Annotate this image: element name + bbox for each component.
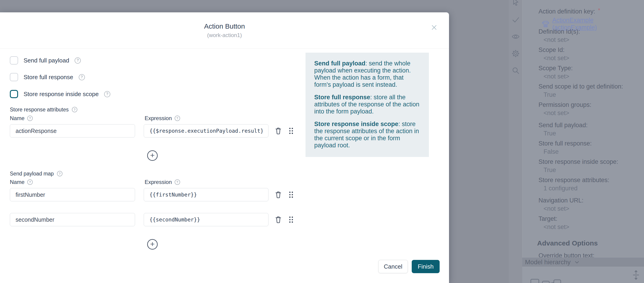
- info-paragraph: Store response inside scope: store the r…: [314, 120, 420, 149]
- advanced-options-title: Advanced Options: [537, 239, 598, 247]
- add-payload-map-button[interactable]: +: [147, 239, 158, 250]
- app-root: Action definition key:* ActionExample (a…: [0, 0, 644, 283]
- model-hierarchy-panel: [522, 267, 644, 283]
- property-store-response-attributes: Store response attributes: 1 configured: [538, 176, 639, 192]
- info-panel: Send full payload: send the whole payloa…: [306, 52, 429, 157]
- property-permission-groups: Permission groups: <not set>: [538, 101, 639, 117]
- payload-name-input[interactable]: [10, 213, 135, 226]
- property-store-response-inside-scope: Store response inside scope: True: [538, 158, 639, 174]
- modal-subtitle: (work-action1): [0, 32, 449, 38]
- attribute-name-input[interactable]: [10, 124, 135, 138]
- store-full-response-checkbox[interactable]: [10, 73, 18, 81]
- drag-handle-icon[interactable]: [288, 190, 295, 199]
- robot-icon: [542, 20, 550, 28]
- model-hierarchy-label: Model hierarchy: [525, 258, 570, 266]
- property-definition-ids: Definition Id(s): <not set>: [538, 28, 639, 44]
- property-navigation-url: Navigation URL: <not set>: [538, 197, 639, 212]
- editor-tool-strip: [509, 0, 522, 283]
- checkbox-label: Send full payload: [24, 57, 69, 64]
- properties-sidebar: Action definition key:* ActionExample (a…: [522, 0, 644, 283]
- payload-expression-input[interactable]: [144, 213, 268, 226]
- property-label: Action definition key:*: [538, 8, 639, 15]
- close-icon: [431, 24, 438, 31]
- tree-checkbox-icon[interactable]: [530, 279, 539, 283]
- header-divider: [0, 48, 449, 49]
- delete-row-button[interactable]: [274, 216, 282, 224]
- help-icon[interactable]: ?: [27, 116, 33, 121]
- close-button[interactable]: [430, 23, 439, 32]
- finish-button[interactable]: Finish: [412, 260, 440, 273]
- property-target: Target: <not set>: [538, 215, 639, 230]
- help-icon[interactable]: ?: [74, 58, 81, 64]
- check-icon[interactable]: [512, 16, 520, 24]
- delete-row-button[interactable]: [274, 190, 282, 199]
- checkbox-label: Store response inside scope: [24, 90, 99, 98]
- checkbox-label: Store full response: [24, 74, 73, 81]
- cancel-button[interactable]: Cancel: [378, 260, 408, 273]
- send-full-payload-checkbox[interactable]: [10, 56, 18, 64]
- drag-handle-icon[interactable]: [288, 216, 295, 224]
- action-button-modal: Action Button (work-action1) Send full p…: [0, 12, 449, 283]
- property-scope-id: Scope Id: <not set>: [538, 46, 639, 62]
- name-column-header: Name: [10, 115, 24, 122]
- info-paragraph: Send full payload: send the whole payloa…: [314, 60, 420, 88]
- store-response-inside-scope-row: Store response inside scope ?: [10, 89, 110, 99]
- payload-expression-input[interactable]: [144, 188, 268, 201]
- property-store-full-response: Store full response: False: [538, 140, 639, 155]
- name-column-header: Name: [10, 179, 24, 185]
- help-icon[interactable]: ?: [72, 107, 77, 112]
- resize-handle-icon[interactable]: [632, 270, 640, 280]
- send-full-payload-row: Send full payload ?: [10, 55, 81, 66]
- help-icon[interactable]: ?: [27, 179, 33, 185]
- send-payload-map-section-label: Send payload map ?: [10, 170, 62, 177]
- drag-handle-icon[interactable]: [288, 127, 295, 135]
- help-icon[interactable]: ?: [104, 91, 110, 97]
- attribute-expression-input[interactable]: [144, 124, 268, 138]
- store-full-response-row: Store full response ?: [10, 72, 85, 82]
- payload-name-input[interactable]: [10, 188, 135, 201]
- model-hierarchy-header[interactable]: Model hierarchy: [522, 258, 644, 267]
- expression-column-header: Expression: [145, 179, 172, 185]
- store-response-inside-scope-checkbox[interactable]: [10, 90, 18, 98]
- required-asterisk: *: [598, 7, 600, 14]
- help-icon[interactable]: ?: [57, 171, 62, 176]
- model-node-icon: [542, 279, 570, 283]
- gear-icon[interactable]: [512, 50, 520, 58]
- payload-map-column-headers: Name? Expression?: [0, 179, 449, 186]
- add-attribute-button[interactable]: +: [147, 150, 158, 161]
- delete-row-button[interactable]: [274, 127, 282, 135]
- help-icon[interactable]: ?: [79, 74, 85, 80]
- property-scope-type: Scope Type: <not set>: [538, 64, 639, 80]
- cursor-icon[interactable]: [512, 0, 520, 6]
- info-paragraph: Store full response: store all the attri…: [314, 94, 420, 115]
- property-action-definition-key: Action definition key:* ActionExample (a…: [538, 8, 639, 31]
- payload-map-row: [0, 213, 449, 226]
- search-icon[interactable]: [512, 66, 520, 74]
- help-icon[interactable]: ?: [174, 179, 180, 185]
- help-icon[interactable]: ?: [174, 116, 180, 121]
- modal-title: Action Button: [0, 22, 449, 30]
- chevron-down-icon: [574, 260, 580, 265]
- eye-icon[interactable]: [512, 32, 520, 41]
- property-send-full-payload: Send full payload: True: [538, 122, 639, 137]
- store-response-attributes-section-label: Store response attributes ?: [10, 106, 77, 113]
- payload-map-row: [0, 188, 449, 201]
- expression-column-header: Expression: [145, 115, 172, 122]
- property-send-scope-id: Send scope id to get definition: True: [538, 83, 639, 98]
